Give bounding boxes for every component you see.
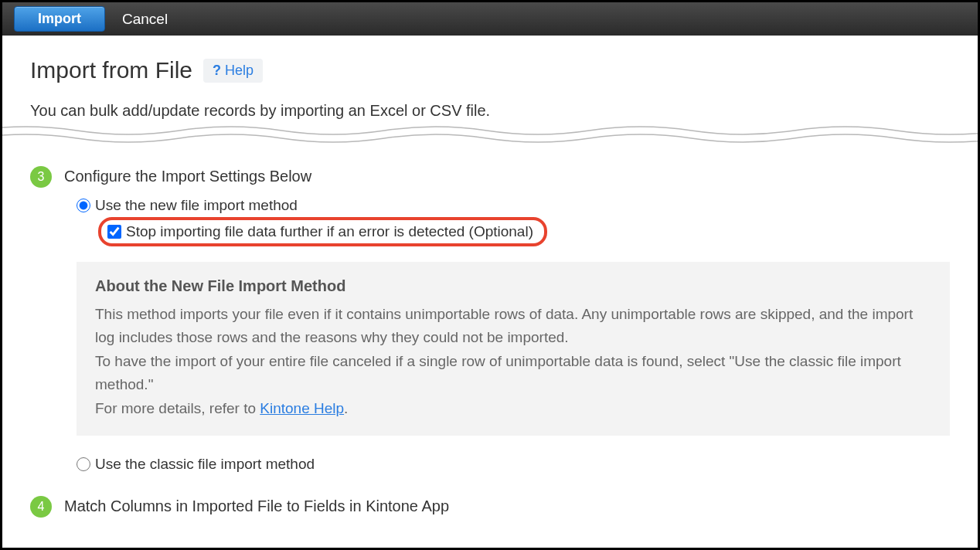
checkbox-stop-on-error-label: Stop importing file data further if an e… — [126, 223, 533, 240]
step-badge-3: 3 — [30, 166, 52, 188]
step-4: 4 Match Columns in Imported File to Fiel… — [30, 496, 950, 518]
title-row: Import from File Help — [30, 57, 950, 83]
info-line3-prefix: For more details, refer to — [95, 400, 260, 416]
content-area: Import from File Help You can bulk add/u… — [2, 36, 978, 120]
step-4-title: Match Columns in Imported File to Fields… — [64, 496, 449, 515]
radio-classic-method[interactable]: Use the classic file import method — [77, 456, 950, 473]
step-3-body: Use the new file import method Stop impo… — [77, 197, 950, 473]
radio-classic-method-input[interactable] — [77, 457, 90, 471]
checkbox-stop-on-error-input[interactable] — [107, 225, 121, 239]
checkbox-stop-on-error[interactable]: Stop importing file data further if an e… — [104, 222, 536, 242]
radio-new-method[interactable]: Use the new file import method — [77, 197, 950, 214]
help-link[interactable]: Help — [203, 59, 263, 83]
step-3-title: Configure the Import Settings Below — [64, 166, 311, 185]
page-subtitle: You can bulk add/update records by impor… — [30, 102, 950, 120]
step-3: 3 Configure the Import Settings Below — [30, 166, 950, 188]
radio-new-method-label: Use the new file import method — [95, 197, 298, 214]
wave-divider — [0, 120, 980, 148]
info-line2: To have the import of your entire file c… — [95, 353, 901, 392]
info-box: About the New File Import Method This me… — [77, 262, 950, 436]
info-line3-suffix: . — [344, 400, 348, 416]
toolbar: Import Cancel — [2, 2, 978, 36]
step-badge-4: 4 — [30, 496, 52, 518]
kintone-help-link[interactable]: Kintone Help — [260, 400, 344, 416]
radio-new-method-input[interactable] — [77, 199, 90, 212]
cancel-link[interactable]: Cancel — [122, 11, 168, 28]
steps-area: 3 Configure the Import Settings Below Us… — [2, 166, 978, 518]
page-title: Import from File — [30, 57, 192, 83]
highlight-callout: Stop importing file data further if an e… — [98, 217, 547, 246]
info-line1: This method imports your file even if it… — [95, 306, 913, 345]
info-box-title: About the New File Import Method — [95, 277, 931, 295]
info-box-text: This method imports your file even if it… — [95, 303, 931, 420]
import-button[interactable]: Import — [14, 6, 105, 32]
radio-classic-method-label: Use the classic file import method — [95, 456, 315, 473]
